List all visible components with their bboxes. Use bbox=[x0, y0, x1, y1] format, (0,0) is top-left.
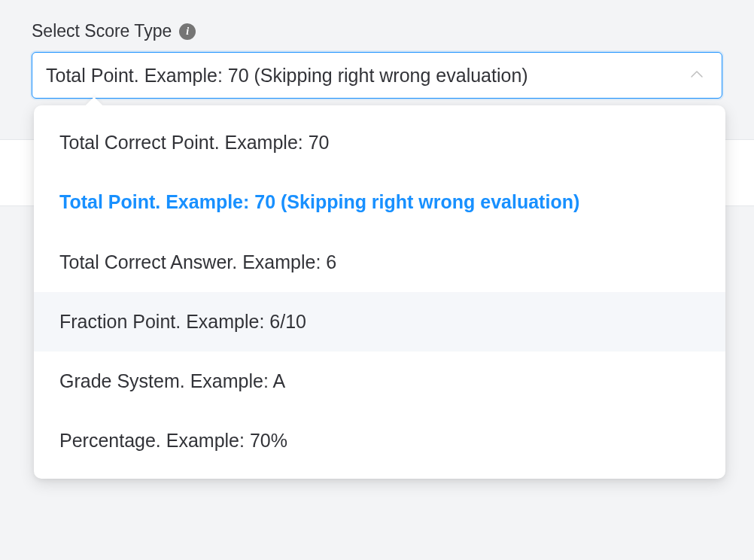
option-5[interactable]: Percentage. Example: 70% bbox=[34, 411, 725, 470]
option-3[interactable]: Fraction Point. Example: 6/10 bbox=[34, 292, 725, 352]
option-2[interactable]: Total Correct Answer. Example: 6 bbox=[34, 233, 725, 292]
dropdown-arrow bbox=[86, 97, 103, 114]
score-type-field: Select Score Type i Total Point. Example… bbox=[0, 0, 754, 99]
score-type-dropdown: Total Correct Point. Example: 70Total Po… bbox=[34, 105, 725, 479]
label-row: Select Score Type i bbox=[32, 21, 722, 41]
info-icon[interactable]: i bbox=[179, 23, 196, 40]
field-label: Select Score Type bbox=[32, 21, 172, 41]
selected-value: Total Point. Example: 70 (Skipping right… bbox=[46, 65, 528, 87]
chevron-up-icon bbox=[690, 68, 704, 82]
score-type-select[interactable]: Total Point. Example: 70 (Skipping right… bbox=[32, 52, 722, 99]
option-1[interactable]: Total Point. Example: 70 (Skipping right… bbox=[34, 172, 725, 232]
option-0[interactable]: Total Correct Point. Example: 70 bbox=[34, 113, 725, 172]
option-4[interactable]: Grade System. Example: A bbox=[34, 352, 725, 411]
